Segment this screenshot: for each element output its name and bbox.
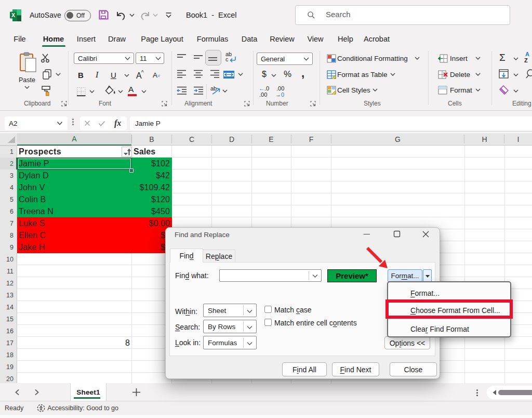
svg-text:X: X bbox=[11, 12, 15, 18]
